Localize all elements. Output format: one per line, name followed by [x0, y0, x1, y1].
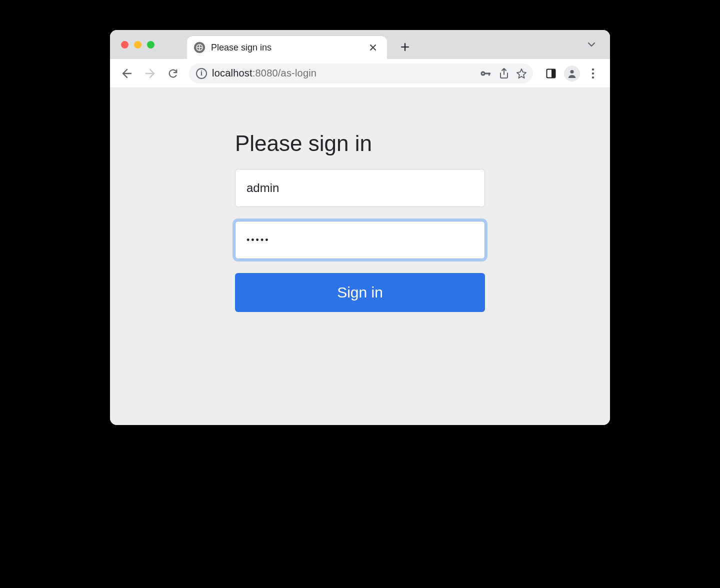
new-tab-button[interactable] [396, 38, 414, 56]
url-text: localhost:8080/as-login [212, 68, 475, 79]
omnibox-actions [480, 68, 527, 79]
kebab-icon [592, 68, 594, 79]
share-icon [499, 68, 509, 79]
password-input[interactable] [235, 221, 485, 259]
star-icon [516, 68, 527, 79]
svg-point-8 [592, 72, 594, 74]
extensions-button[interactable] [541, 64, 561, 84]
svg-rect-5 [552, 69, 556, 78]
svg-point-3 [482, 72, 484, 74]
minimize-window-button[interactable] [134, 41, 142, 48]
tab-search-button[interactable] [587, 40, 596, 49]
reload-icon [168, 68, 178, 79]
bookmark-button[interactable] [516, 68, 527, 79]
browser-window: Please sign ins i localhost:8080/as-logi… [110, 30, 610, 425]
forward-button[interactable] [140, 64, 160, 84]
toolbar-right [541, 64, 603, 84]
person-icon [567, 68, 577, 78]
address-bar[interactable]: i localhost:8080/as-login [189, 64, 533, 84]
menu-button[interactable] [583, 64, 603, 84]
url-host: localhost [212, 68, 252, 78]
page-title: Please sign in [235, 131, 485, 156]
svg-rect-2 [488, 72, 490, 76]
side-panel-icon [546, 68, 556, 78]
toolbar: i localhost:8080/as-login [110, 59, 610, 88]
site-info-button[interactable]: i [196, 68, 207, 79]
arrow-left-icon [121, 68, 133, 80]
close-window-button[interactable] [121, 41, 128, 48]
password-key-icon[interactable] [480, 68, 492, 78]
svg-point-9 [592, 76, 594, 78]
globe-icon [194, 42, 205, 53]
svg-point-6 [570, 70, 574, 74]
zoom-window-button[interactable] [147, 41, 154, 48]
page-viewport: Please sign in Sign in [110, 88, 610, 425]
close-icon [369, 44, 377, 52]
url-path: :8080/as-login [252, 68, 316, 78]
signin-form: Please sign in Sign in [235, 131, 485, 425]
username-input[interactable] [235, 169, 485, 207]
back-button[interactable] [117, 64, 137, 84]
tab-title: Please sign ins [211, 42, 367, 53]
browser-tab[interactable]: Please sign ins [187, 36, 387, 59]
arrow-right-icon [144, 68, 156, 80]
chevron-down-icon [587, 40, 596, 49]
window-controls [121, 41, 154, 48]
profile-button[interactable] [564, 66, 580, 82]
svg-point-7 [592, 68, 594, 70]
close-tab-button[interactable] [367, 42, 379, 54]
reload-button[interactable] [163, 64, 183, 84]
signin-button[interactable]: Sign in [235, 273, 485, 312]
plus-icon [400, 42, 410, 52]
share-button[interactable] [499, 68, 509, 79]
titlebar: Please sign ins [110, 30, 610, 59]
